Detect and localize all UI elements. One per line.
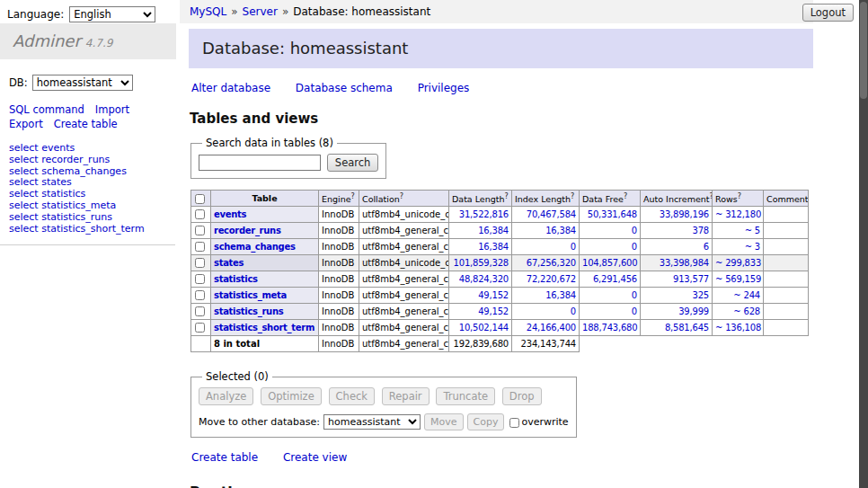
data-free-cell: 50,331,648: [580, 207, 641, 223]
action-link[interactable]: Create view: [283, 451, 347, 464]
index-length-cell: 72,220,672: [512, 271, 580, 288]
auto-increment-link[interactable]: 39,999: [678, 306, 709, 316]
data-free-link[interactable]: 104,857,600: [582, 258, 637, 268]
table-name-link[interactable]: statistics_short_term: [214, 323, 314, 333]
tables-and-views-table: Table Engine? Collation? Data Length? In…: [190, 190, 809, 352]
data-length-link[interactable]: 49,152: [478, 290, 509, 300]
table-name-link[interactable]: statistics_meta: [214, 290, 287, 300]
data-length-link[interactable]: 16,384: [478, 242, 509, 252]
data-free-link[interactable]: 0: [632, 242, 637, 252]
data-free-link[interactable]: 0: [632, 306, 637, 316]
row-select-checkbox[interactable]: [195, 226, 205, 235]
rows-count-cell: ~ 312,180: [713, 207, 764, 223]
row-select-checkbox[interactable]: [195, 242, 205, 252]
rows-count-link[interactable]: ~ 299,833: [715, 258, 761, 268]
collation-cell: utf8mb4_general_ci: [359, 320, 449, 336]
select-all-checkbox[interactable]: [195, 194, 205, 204]
index-length-link[interactable]: 72,220,672: [527, 274, 576, 284]
rows-count-link[interactable]: ~ 244: [733, 290, 760, 300]
rows-count-link[interactable]: ~ 312,180: [715, 209, 761, 219]
table-name-link[interactable]: states: [214, 258, 244, 268]
sidebar-table-link[interactable]: select events: [9, 143, 175, 155]
column-header-table: Table: [211, 191, 319, 207]
data-length-link[interactable]: 16,384: [478, 226, 509, 235]
data-length-link[interactable]: 10,502,144: [459, 323, 509, 333]
help-icon[interactable]: ?: [624, 192, 627, 200]
index-length-link[interactable]: 0: [571, 306, 576, 316]
rows-count-link[interactable]: ~ 5: [745, 226, 760, 235]
auto-increment-link[interactable]: 33,398,984: [660, 258, 709, 268]
data-free-link[interactable]: 0: [632, 226, 637, 235]
breadcrumb-mysql-link[interactable]: MySQL: [190, 5, 226, 18]
rows-count-link[interactable]: ~ 569,159: [715, 274, 761, 284]
language-select[interactable]: English: [69, 6, 155, 22]
import-link[interactable]: Import: [95, 103, 129, 116]
action-link[interactable]: Alter database: [191, 82, 270, 94]
table-name-link[interactable]: statistics_runs: [214, 306, 283, 316]
auto-increment-link[interactable]: 8,581,645: [665, 323, 709, 333]
scrollbar-track[interactable]: [859, 0, 868, 488]
total-row: 8 in total InnoDB utf8mb4_general_ci 192…: [191, 336, 809, 352]
row-select-checkbox[interactable]: [195, 258, 205, 268]
sidebar-table-link[interactable]: select statistics_runs: [9, 212, 175, 224]
index-length-link[interactable]: 16,384: [545, 226, 576, 235]
data-length-link[interactable]: 31,522,816: [459, 209, 509, 219]
help-icon[interactable]: ?: [571, 192, 574, 200]
comment-cell: [764, 288, 809, 304]
rows-count-cell: ~ 3: [713, 239, 764, 255]
search-button[interactable]: Search: [327, 154, 379, 172]
data-free-link[interactable]: 50,331,648: [588, 209, 637, 219]
index-length-link[interactable]: 16,384: [545, 290, 576, 300]
data-length-link[interactable]: 49,152: [478, 306, 509, 316]
index-length-link[interactable]: 0: [571, 242, 576, 252]
data-free-link[interactable]: 6,291,456: [593, 274, 637, 284]
table-name-link[interactable]: events: [214, 209, 246, 219]
rows-count-link[interactable]: ~ 136,108: [715, 323, 761, 333]
help-icon[interactable]: ?: [400, 192, 403, 200]
total-empty-cell: [191, 336, 211, 352]
index-length-link[interactable]: 70,467,584: [527, 209, 576, 219]
row-select-checkbox[interactable]: [195, 306, 205, 316]
sidebar-table-link[interactable]: select statistics_meta: [9, 200, 175, 212]
action-link[interactable]: Database schema: [296, 82, 393, 94]
sidebar-table-link[interactable]: select recorder_runs: [9, 155, 175, 166]
help-icon[interactable]: ?: [738, 192, 741, 200]
index-length-link[interactable]: 67,256,320: [527, 258, 576, 268]
index-length-link[interactable]: 24,166,400: [527, 323, 576, 333]
table-name-link[interactable]: schema_changes: [214, 242, 296, 252]
auto-increment-link[interactable]: 33,898,196: [660, 209, 709, 219]
action-link[interactable]: Create table: [191, 451, 258, 464]
data-free-link[interactable]: 0: [632, 290, 637, 300]
scrollbar-thumb[interactable]: [860, 2, 867, 99]
row-select-checkbox[interactable]: [195, 290, 205, 300]
row-select-checkbox[interactable]: [195, 274, 205, 284]
sidebar-table-link[interactable]: select statistics_short_term: [9, 224, 175, 235]
table-name-link[interactable]: statistics: [214, 274, 258, 284]
create-table-link[interactable]: Create table: [54, 118, 118, 130]
help-icon[interactable]: ?: [351, 192, 355, 200]
move-database-select[interactable]: homeassistant: [323, 414, 421, 430]
help-icon[interactable]: ?: [504, 192, 508, 200]
data-length-link[interactable]: 48,824,320: [459, 274, 509, 284]
row-select-checkbox[interactable]: [195, 209, 205, 219]
auto-increment-link[interactable]: 6: [704, 242, 709, 252]
data-length-link[interactable]: 101,859,328: [454, 258, 509, 268]
export-link[interactable]: Export: [9, 118, 43, 130]
row-select-checkbox[interactable]: [195, 323, 205, 333]
rows-count-link[interactable]: ~ 628: [733, 306, 760, 316]
table-name-link[interactable]: recorder_runs: [214, 226, 281, 235]
action-link[interactable]: Privileges: [418, 82, 470, 94]
breadcrumb-server-link[interactable]: Server: [243, 5, 278, 18]
data-free-link[interactable]: 188,743,680: [582, 323, 637, 333]
overwrite-checkbox[interactable]: [509, 418, 519, 428]
data-length-cell: 10,502,144: [449, 320, 512, 336]
logout-button[interactable]: Logout: [802, 4, 854, 22]
rows-count-link[interactable]: ~ 3: [745, 242, 760, 252]
search-input[interactable]: [199, 155, 321, 171]
auto-increment-link[interactable]: 325: [693, 290, 710, 300]
engine-cell: InnoDB: [319, 320, 359, 336]
db-select[interactable]: homeassistant: [32, 75, 133, 91]
auto-increment-link[interactable]: 378: [693, 226, 710, 235]
sql-command-link[interactable]: SQL command: [9, 103, 84, 116]
auto-increment-link[interactable]: 913,577: [673, 274, 709, 284]
